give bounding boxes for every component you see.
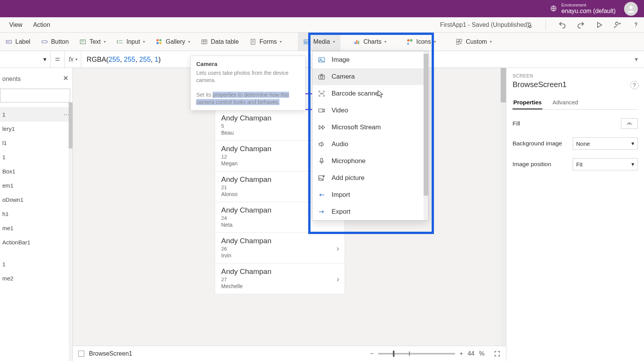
icons-icon	[406, 38, 413, 45]
menu-view[interactable]: View	[4, 17, 28, 32]
media-menu-item[interactable]: Import	[312, 186, 428, 203]
prop-bgimage-label: Background image	[513, 140, 562, 147]
media-menu-item[interactable]: Barcode scanner	[312, 85, 428, 102]
svg-rect-18	[358, 41, 359, 44]
ribbon-media[interactable]: Media▾	[298, 33, 340, 51]
audio-icon	[318, 140, 325, 148]
tree-search-input[interactable]	[0, 89, 70, 102]
ribbon-icons[interactable]: Icons▾	[401, 33, 441, 51]
property-selector[interactable]: ▾	[0, 51, 51, 68]
bgimage-dropdown[interactable]: None▾	[573, 137, 638, 150]
environment-picker[interactable]: Environment enayu.com (default)	[550, 3, 616, 14]
media-menu-item[interactable]: Camera	[312, 68, 428, 85]
app-titlebar: Environment enayu.com (default)	[0, 0, 644, 17]
svg-rect-10	[157, 42, 159, 44]
share-icon[interactable]	[613, 21, 622, 29]
imagepos-dropdown[interactable]: Fit▾	[573, 158, 638, 170]
screen-checkbox[interactable]	[78, 351, 84, 357]
close-icon[interactable]: ✕	[63, 74, 69, 82]
tab-properties[interactable]: Properties	[513, 96, 542, 109]
zoom-in-icon[interactable]: +	[460, 350, 463, 357]
scrollbar-thumb[interactable]	[69, 102, 72, 148]
equals-sign: =	[51, 54, 64, 64]
scrollbar-thumb[interactable]	[424, 54, 428, 196]
tree-item[interactable]: h1	[0, 207, 72, 221]
scrollbar[interactable]	[501, 68, 506, 346]
ribbon-custom[interactable]: Custom▾	[450, 33, 497, 51]
ribbon-button[interactable]: Button	[36, 33, 74, 51]
row-title: Andy Champan	[221, 237, 338, 245]
chevron-down-icon: ▾	[43, 56, 46, 63]
tree-item[interactable]: 1⋯	[0, 107, 72, 122]
ribbon-data-table[interactable]: Data table	[196, 33, 244, 51]
zoom-slider[interactable]	[378, 353, 455, 354]
media-menu-item[interactable]: Image	[312, 51, 428, 68]
media-item-label: Import	[332, 191, 350, 199]
footer-screen-name: BrowseScreen1	[89, 350, 132, 357]
media-menu-item[interactable]: Microsoft Stream	[312, 119, 428, 136]
media-menu-item[interactable]: Microphone	[312, 153, 428, 170]
list-item[interactable]: Andy Champan26Irvin›	[215, 233, 345, 264]
media-menu-item[interactable]: Add picture	[312, 170, 428, 186]
tree-item[interactable]: 1	[0, 150, 72, 164]
ribbon-label[interactable]: Label	[0, 33, 36, 51]
list-item[interactable]: Andy Champan27Mechelle›	[215, 264, 345, 294]
ribbon-text[interactable]: Text▾	[74, 33, 111, 51]
chevron-right-icon[interactable]: ›	[337, 244, 339, 252]
fx-button[interactable]: fx▾	[64, 51, 81, 68]
ribbon-gallery[interactable]: Gallery▾	[150, 33, 196, 51]
media-menu-item[interactable]: Export	[312, 203, 428, 220]
help-icon[interactable]	[632, 21, 640, 29]
play-icon[interactable]	[595, 21, 603, 29]
tab-advanced[interactable]: Advanced	[552, 96, 579, 109]
menu-action[interactable]: Action	[28, 17, 55, 32]
tree-item[interactable]: lery1	[0, 122, 72, 136]
insert-ribbon: Label Button Text▾ Input▾ Gallery▾ Data …	[0, 33, 644, 51]
avatar[interactable]	[624, 2, 638, 16]
tree-item[interactable]: em1	[0, 178, 72, 193]
undo-icon[interactable]	[558, 21, 567, 29]
environment-name: enayu.com (default)	[562, 8, 616, 15]
chevron-down-icon: ▾	[631, 161, 634, 168]
tree-item[interactable]	[0, 249, 72, 257]
app-checker-icon[interactable]	[525, 21, 533, 29]
ribbon-forms[interactable]: Forms▾	[244, 33, 287, 51]
tree-item[interactable]: me1	[0, 221, 72, 235]
media-item-label: Image	[332, 56, 350, 64]
fill-color-picker[interactable]	[621, 118, 638, 129]
zoom-out-icon[interactable]: −	[370, 350, 373, 357]
svg-rect-12	[202, 40, 207, 44]
media-dropdown: ImageCameraBarcode scannerVideoMicrosoft…	[312, 51, 429, 221]
tree-item[interactable]: oDown1	[0, 193, 72, 207]
svg-rect-8	[157, 39, 159, 41]
scrollbar-thumb[interactable]	[501, 68, 506, 102]
fit-to-window-icon[interactable]	[494, 350, 501, 357]
tree-item[interactable]: Box1	[0, 164, 72, 178]
svg-point-29	[320, 76, 323, 79]
media-menu-item[interactable]: Video	[312, 102, 428, 119]
ribbon-charts[interactable]: Charts▾	[348, 33, 392, 51]
tree-view-panel: ✕ onents 1⋯lery1l11Box1em1oDown1h1me1Act…	[0, 68, 73, 361]
tree-item[interactable]: l1	[0, 136, 72, 150]
ribbon-input[interactable]: Input▾	[111, 33, 151, 51]
tooltip-line2a: Set its	[196, 92, 213, 98]
redo-icon[interactable]	[577, 21, 585, 29]
tree-item-label: 1	[2, 261, 5, 267]
chevron-down-icon: ▾	[75, 57, 77, 61]
media-menu-item[interactable]: Audio	[312, 136, 428, 153]
svg-point-3	[616, 22, 618, 25]
row-subtitle: 27	[221, 277, 338, 282]
chevron-right-icon[interactable]: ›	[337, 274, 339, 283]
help-icon[interactable]: ?	[630, 81, 639, 89]
tree-item[interactable]: me2	[0, 271, 72, 285]
formula-expand[interactable]: ▾	[629, 56, 644, 63]
row-subtitle: 26	[221, 246, 338, 252]
tree-item-label: oDown1	[2, 196, 23, 203]
tree-item[interactable]: 1	[0, 257, 72, 271]
chevron-down-icon: ▾	[104, 40, 106, 44]
tree-item[interactable]: ActionBar1	[0, 235, 72, 249]
text-icon	[79, 38, 86, 45]
media-item-label: Add picture	[332, 174, 365, 182]
tree-tab-components[interactable]: onents	[0, 72, 72, 86]
chevron-down-icon: ▾	[490, 40, 492, 44]
